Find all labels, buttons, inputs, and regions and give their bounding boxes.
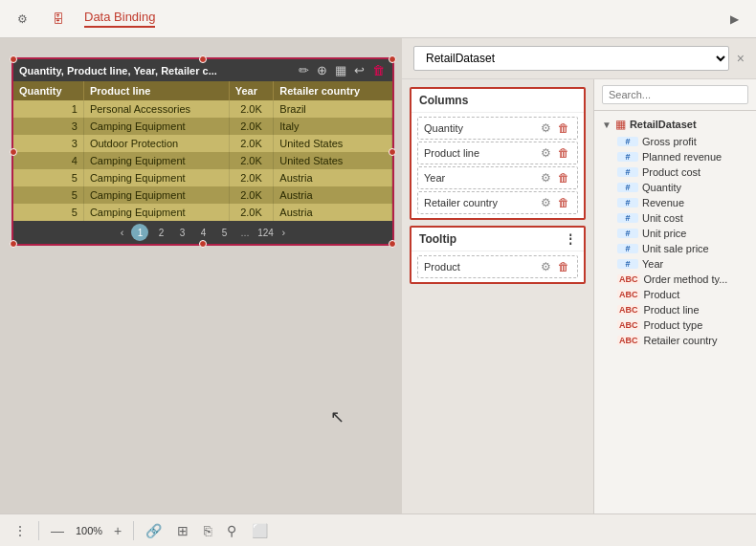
col-header-quantity: Quantity (13, 81, 83, 100)
field-item[interactable]: # Unit price (594, 226, 756, 241)
cell-r3-c3: United States (274, 152, 392, 169)
zoom-value: 100% (72, 525, 106, 536)
cell-r3-c0: 4 (13, 152, 83, 169)
frame-icon[interactable]: ⬜ (248, 521, 272, 540)
field-label: Year (642, 258, 663, 270)
column-settings-icon[interactable]: ⚙ (539, 170, 553, 186)
page-4-btn[interactable]: 4 (194, 224, 211, 241)
cell-r0-c3: Brazil (274, 100, 392, 118)
dataset-select[interactable]: RetailDataset (413, 46, 729, 71)
column-item: Year ⚙ 🗑 (417, 166, 578, 189)
field-item[interactable]: # Year (594, 256, 756, 272)
edit-icon[interactable]: ✏ (297, 62, 311, 78)
table-icon[interactable]: ▦ (333, 62, 348, 78)
menu-icon[interactable]: ⋮ (10, 521, 31, 540)
field-item[interactable]: # Revenue (594, 195, 756, 210)
cell-r6-c3: Austria (274, 204, 392, 221)
field-item[interactable]: # Product cost (594, 164, 756, 180)
field-search-input[interactable] (602, 85, 748, 104)
link-icon[interactable]: 🔗 (142, 521, 166, 540)
cell-r1-c3: Italy (274, 118, 392, 135)
field-item[interactable]: # Planned revenue (594, 149, 756, 164)
next-page-btn[interactable]: › (278, 226, 290, 239)
cell-r2-c0: 3 (13, 135, 83, 152)
column-delete-icon[interactable]: 🗑 (556, 145, 571, 161)
column-item: Retailer country ⚙ 🗑 (417, 191, 578, 214)
column-delete-icon[interactable]: 🗑 (556, 170, 571, 186)
columns-items: Quantity ⚙ 🗑 Product line ⚙ 🗑 Year ⚙ 🗑 R… (411, 113, 584, 218)
table-row: 4Camping Equipment2.0KUnited States (13, 152, 392, 169)
page-5-btn[interactable]: 5 (215, 224, 233, 241)
cell-r0-c0: 1 (13, 100, 83, 118)
data-binding-tab[interactable]: Data Binding (84, 10, 155, 28)
handle-bc[interactable] (199, 240, 207, 248)
tooltip-delete-icon[interactable]: 🗑 (556, 259, 571, 274)
table-row: 1Personal Accessories2.0KBrazil (13, 100, 392, 118)
field-type-badge: ABC (617, 336, 640, 345)
column-item-label: Year (424, 172, 533, 184)
db-icon[interactable]: 🗄 (48, 9, 69, 30)
field-type-badge: # (617, 198, 638, 207)
column-item-label: Quantity (424, 122, 533, 134)
toolbar-divider-1 (38, 521, 39, 540)
field-item[interactable]: ABC Retailer country (594, 333, 756, 348)
table-widget: Quantity, Product line, Year, Retailer c… (11, 57, 394, 246)
field-type-badge: ABC (617, 290, 640, 299)
field-item[interactable]: # Quantity (594, 180, 756, 195)
dataset-close-btn[interactable]: × (737, 51, 745, 66)
gear-icon[interactable]: ⚙ (11, 9, 33, 30)
column-item: Quantity ⚙ 🗑 (417, 117, 578, 140)
tree-root-item[interactable]: ▼ ▦ RetailDataset (594, 115, 756, 134)
cell-r2-c1: Outdoor Protection (83, 135, 229, 152)
field-label: Product type (644, 319, 703, 331)
field-item[interactable]: # Unit sale price (594, 241, 756, 256)
column-delete-icon[interactable]: 🗑 (556, 120, 571, 136)
tooltip-more-icon[interactable]: ⋮ (565, 232, 576, 246)
undo-icon[interactable]: ↩ (352, 62, 367, 78)
handle-tr[interactable] (389, 55, 396, 63)
column-settings-icon[interactable]: ⚙ (539, 120, 553, 136)
field-item[interactable]: # Unit cost (594, 210, 756, 226)
handle-ml[interactable] (10, 148, 17, 156)
table-row: 3Outdoor Protection2.0KUnited States (13, 135, 392, 152)
handle-tl[interactable] (10, 55, 17, 63)
crosshair-icon[interactable]: ⊕ (315, 62, 329, 78)
cell-r5-c3: Austria (274, 186, 392, 204)
field-item[interactable]: ABC Product type (594, 317, 756, 333)
tooltip-panel: Tooltip ⋮ Product ⚙ 🗑 (410, 226, 586, 284)
field-item[interactable]: ABC Order method ty... (594, 272, 756, 287)
copy-icon[interactable]: ⎘ (200, 521, 215, 540)
field-item[interactable]: ABC Product (594, 287, 756, 302)
page-last-btn[interactable]: 124 (257, 224, 275, 241)
tooltip-items: Product ⚙ 🗑 (411, 251, 584, 282)
field-item[interactable]: # Gross profit (594, 134, 756, 149)
page-1-btn[interactable]: 1 (131, 224, 148, 241)
handle-br[interactable] (389, 240, 396, 248)
column-settings-icon[interactable]: ⚙ (539, 195, 553, 210)
tooltip-settings-icon[interactable]: ⚙ (539, 259, 553, 274)
page-2-btn[interactable]: 2 (152, 224, 169, 241)
page-3-btn[interactable]: 3 (173, 224, 190, 241)
zoom-in-btn[interactable]: + (110, 521, 125, 540)
grid-icon[interactable]: ⊞ (173, 521, 192, 540)
field-type-badge: # (617, 259, 638, 269)
delete-icon[interactable]: 🗑 (370, 62, 387, 78)
panel-toggle-icon[interactable]: ▶ (723, 9, 745, 30)
table-icon: ▦ (615, 118, 626, 131)
magnet-icon[interactable]: ⚲ (223, 521, 240, 540)
handle-mr[interactable] (389, 148, 396, 156)
zoom-out-btn[interactable]: — (47, 521, 68, 540)
field-item[interactable]: ABC Product line (594, 302, 756, 317)
column-settings-icon[interactable]: ⚙ (539, 145, 553, 161)
column-delete-icon[interactable]: 🗑 (556, 195, 571, 210)
handle-tc[interactable] (199, 55, 207, 63)
column-item-label: Product line (424, 147, 533, 159)
field-type-badge: # (617, 137, 638, 146)
cell-r4-c3: Austria (274, 169, 392, 186)
handle-bl[interactable] (10, 240, 17, 248)
prev-page-btn[interactable]: ‹ (117, 226, 128, 239)
zoom-control: — 100% + (47, 521, 125, 540)
field-label: Unit price (642, 228, 686, 239)
field-type-badge: # (617, 213, 638, 223)
widget-title: Quantity, Product line, Year, Retailer c… (19, 65, 293, 76)
